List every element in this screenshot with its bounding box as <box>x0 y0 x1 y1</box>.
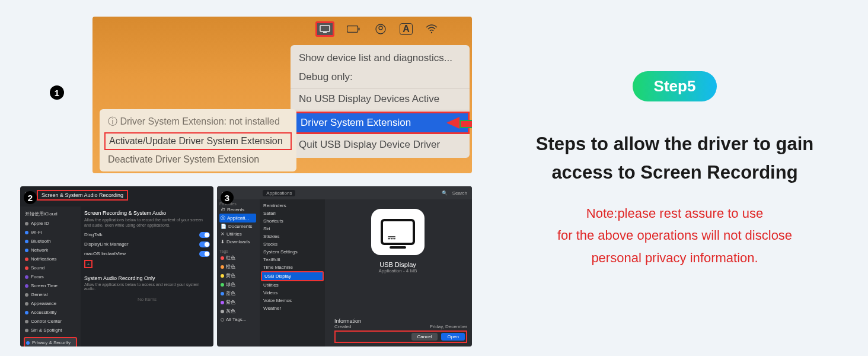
file-voicememos[interactable]: Voice Memos <box>261 297 324 304</box>
sidebar-utilities[interactable]: ✕Utilities <box>219 230 256 238</box>
section-sub: Allow the applications below to record t… <box>84 217 210 228</box>
section-only-heading: System Audio Recording Only <box>84 274 210 282</box>
toggle-icon[interactable] <box>199 241 210 247</box>
sidebar-item-notifications[interactable]: Notifications <box>24 255 77 263</box>
file-timemachine[interactable]: Time Machine <box>261 263 324 271</box>
submenu-status: ⓘ Driver System Extension: not installed <box>100 113 296 131</box>
tag-gray[interactable]: 灰色 <box>219 307 256 316</box>
file-systemsettings[interactable]: System Settings <box>261 248 324 256</box>
sidebar-item-sound[interactable]: Sound <box>24 263 77 272</box>
toggle-icon[interactable] <box>199 232 210 238</box>
sidebar-item-screentime[interactable]: Screen Time <box>24 281 77 290</box>
sidebar-item-appearance[interactable]: Appearance <box>24 299 77 308</box>
file-utilities[interactable]: Utilities <box>261 281 324 289</box>
no-items: No Items <box>84 291 210 308</box>
instruction-text: Step5 Steps to allow the driver to gain … <box>497 71 853 269</box>
menu-driver-extension-label: Driver System Extension <box>301 117 411 129</box>
file-siri[interactable]: Siri <box>261 225 324 233</box>
section-heading: Screen Recording & System Audio <box>84 209 210 217</box>
file-textedit[interactable]: TextEdit <box>261 256 324 263</box>
svg-point-5 <box>379 26 382 30</box>
settings-main: Screen Recording & System Audio Allow th… <box>84 209 210 308</box>
file-videos[interactable]: Videos <box>261 289 324 297</box>
tag-blue[interactable]: 蓝色 <box>219 289 256 298</box>
step-pill: Step5 <box>633 71 717 101</box>
add-app-button[interactable]: + <box>84 260 92 268</box>
app-dingtalk[interactable]: DingTalk <box>84 230 210 240</box>
finder-toolbar: ‹ › Applications 🔍 Search <box>217 186 472 199</box>
sidebar-documents[interactable]: 📄Documents <box>219 223 256 230</box>
svg-rect-1 <box>323 32 327 33</box>
cancel-button[interactable]: Cancel <box>411 333 438 341</box>
file-reminders[interactable]: Reminders <box>261 202 324 209</box>
usb-display-app-icon: ⎓ <box>371 209 425 255</box>
usb-display-dropdown: Show device list and diagnostics... Debu… <box>291 45 470 158</box>
sidebar-downloads[interactable]: ⬇Downloads <box>219 238 256 246</box>
sidebar-item-accessibility[interactable]: Accessibility <box>24 308 77 317</box>
file-stickies[interactable]: Stickies <box>261 233 324 240</box>
file-weather[interactable]: Weather <box>261 304 324 312</box>
sidebar-item-focus[interactable]: Focus <box>24 272 77 281</box>
sidebar-item-appleid[interactable]: Apple ID <box>24 219 77 228</box>
annotation-arrow-icon <box>446 117 459 129</box>
input-a-icon: A <box>400 23 413 35</box>
file-usbdisplay[interactable]: USB Display <box>261 271 324 281</box>
note-text: Note:please rest assure to use for the a… <box>497 202 853 269</box>
menu-driver-extension[interactable]: Driver System Extension <box>291 112 470 134</box>
usb-icon: ⎓ <box>388 230 395 245</box>
sidebar-applications[interactable]: ⒶApplicati... <box>219 214 256 223</box>
finder-buttons: Cancel Open <box>334 330 467 343</box>
panel-1-driver-menu: A Show device list and diagnostics... De… <box>92 17 472 173</box>
sidebar-item-bluetooth[interactable]: Bluetooth <box>24 237 77 246</box>
preview-sub: Application - 4 MB <box>330 268 466 274</box>
file-safari[interactable]: Safari <box>261 209 324 217</box>
sidebar-item-general[interactable]: General <box>24 290 77 299</box>
step-badge-2: 2 <box>24 191 37 204</box>
driver-extension-submenu: ⓘ Driver System Extension: not installed… <box>100 109 296 171</box>
app-instantview[interactable]: macOS InstantView <box>84 249 210 259</box>
tag-yellow[interactable]: 黄色 <box>219 271 256 280</box>
search-icon[interactable]: 🔍 <box>442 190 448 196</box>
tag-orange[interactable]: 橙色 <box>219 262 256 271</box>
wifi-icon <box>423 23 440 36</box>
settings-sidebar: 开始使用iCloud Apple ID Wi-Fi Bluetooth Netw… <box>20 206 81 347</box>
sidebar-header: 开始使用iCloud <box>24 209 77 219</box>
info-created-label: Created <box>334 324 351 329</box>
tag-green[interactable]: 绿色 <box>219 280 256 289</box>
panel-2-privacy-settings: ‹ Screen & System Audio Recording 开始使用iC… <box>20 186 213 347</box>
file-shortcuts[interactable]: Shortcuts <box>261 217 324 225</box>
tag-all[interactable]: All Tags... <box>219 316 256 323</box>
user-icon <box>372 23 389 36</box>
sidebar-item-network[interactable]: Network <box>24 246 77 255</box>
submenu-deactivate[interactable]: Deactivate Driver System Extension <box>100 151 296 168</box>
svg-point-6 <box>431 32 432 33</box>
sidebar-item-privacy[interactable]: Privacy & Security <box>24 337 77 347</box>
step-badge-3: 3 <box>221 191 234 204</box>
finder-preview: ⎓ USB Display Application - 4 MB <box>330 204 466 274</box>
sidebar-recents[interactable]: ⏱Recents <box>219 206 256 214</box>
file-stocks[interactable]: Stocks <box>261 240 324 248</box>
usb-display-menubar-icon[interactable] <box>315 21 334 37</box>
finder-search[interactable]: Search <box>452 190 467 196</box>
submenu-activate[interactable]: Activate/Update Driver System Extension <box>104 132 292 150</box>
menu-show-devices[interactable]: Show device list and diagnostics... <box>291 49 470 68</box>
finder-sidebar: Favorites ⏱Recents ⒶApplicati... 📄Docume… <box>217 199 259 347</box>
open-button[interactable]: Open <box>441 333 465 341</box>
menu-no-devices: No USB Display Devices Active <box>291 90 470 109</box>
finder-crumb[interactable]: Applications <box>263 190 295 196</box>
settings-title: Screen & System Audio Recording <box>37 190 128 201</box>
sidebar-item-wifi[interactable]: Wi-Fi <box>24 228 77 237</box>
step-badge-1: 1 <box>50 85 64 100</box>
tag-purple[interactable]: 紫色 <box>219 298 256 307</box>
sidebar-item-controlcenter[interactable]: Control Center <box>24 317 77 326</box>
preview-title: USB Display <box>330 261 466 268</box>
menu-quit[interactable]: Quit USB Display Device Driver <box>291 135 470 154</box>
tag-red[interactable]: 红色 <box>219 253 256 262</box>
svg-rect-2 <box>347 26 358 33</box>
info-heading: Information <box>334 318 467 324</box>
battery-icon <box>345 23 362 36</box>
sidebar-item-siri[interactable]: Siri & Spotlight <box>24 326 77 335</box>
app-displaylink[interactable]: DisplayLink Manager <box>84 240 210 249</box>
toggle-icon[interactable] <box>199 251 210 257</box>
mac-menubar: A <box>315 21 440 37</box>
